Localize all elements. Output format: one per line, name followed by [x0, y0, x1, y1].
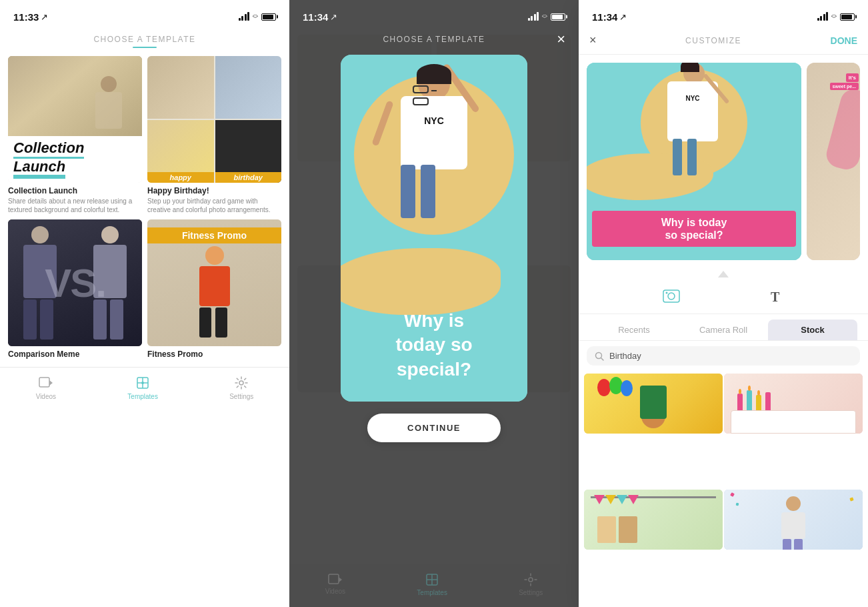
phone2-tab-bar: Videos Templates Settings: [289, 564, 579, 607]
page-title-1: CHOOSE A TEMPLATE: [93, 35, 195, 44]
svg-text:T: T: [771, 289, 780, 304]
svg-point-14: [668, 293, 675, 299]
bday-cell-2: [215, 56, 282, 119]
battery-icon-3: [840, 13, 855, 21]
tab-templates[interactable]: Templates: [127, 375, 158, 400]
photo-tool[interactable]: [661, 285, 682, 307]
svg-marker-8: [339, 577, 342, 582]
bday-cell-4: birthday: [215, 120, 282, 183]
title-underline-1: [133, 47, 157, 48]
battery-icon-1: [261, 13, 276, 21]
photo-thumb-3[interactable]: [584, 490, 723, 550]
card-desc-birthday: Step up your birthday card game with cre…: [147, 197, 281, 214]
tab-videos-label: Videos: [36, 393, 56, 400]
preview-card-main[interactable]: NYC Why is today so special?: [587, 63, 801, 260]
preview-card-inner: NYC Why is today so special?: [587, 63, 801, 260]
template-thumb-fitness: Fitness Promo: [147, 219, 281, 346]
card-title-birthday: Happy Birthday!: [147, 186, 281, 195]
tab-recents[interactable]: Recents: [589, 320, 679, 340]
close-button-2[interactable]: ×: [557, 31, 565, 48]
photo-tabs: Recents Camera Roll Stock: [579, 314, 868, 341]
continue-button[interactable]: CONTINUE: [367, 414, 501, 442]
tab-videos[interactable]: Videos: [36, 375, 56, 400]
r-person-leg-left: [673, 139, 682, 175]
wifi-icon-2: ⌔: [542, 12, 547, 22]
card-title-vs: Comparison Meme: [8, 350, 142, 359]
card2-text2: sweet pe...: [830, 83, 859, 90]
thumb-collection-top: [8, 56, 142, 136]
svg-point-15: [665, 292, 667, 294]
tab-camera-roll[interactable]: Camera Roll: [679, 320, 768, 340]
fitness-overlay-label: Fitness Promo: [147, 227, 281, 243]
location-icon-3: ↗: [619, 12, 627, 22]
template-preview-card: NYC: [341, 55, 527, 402]
r-person-legs: [673, 139, 697, 175]
photo-thumb-1[interactable]: [584, 374, 723, 434]
preview-text-block: Why istoday sospecial?: [341, 309, 527, 382]
photo-thumb-2[interactable]: [724, 374, 863, 434]
time-1: 11:33: [13, 11, 39, 23]
time-3: 11:34: [592, 11, 617, 23]
template-card-birthday[interactable]: happy birthday Happy Birthday! Step up y…: [147, 56, 281, 214]
search-input[interactable]: Birthday: [609, 351, 641, 361]
svg-point-6: [239, 381, 243, 385]
phone2-header: CHOOSE A TEMPLATE ×: [289, 29, 579, 49]
time-2: 11:34: [303, 11, 328, 23]
bday-cell-3: happy: [147, 120, 214, 183]
settings-icon: [233, 375, 249, 391]
bday-cell-1: [147, 56, 214, 119]
location-icon-1: ↗: [41, 12, 48, 22]
photo-thumb-4[interactable]: [724, 490, 863, 550]
done-button[interactable]: DONE: [831, 35, 857, 46]
status-icons-2: ⌔: [528, 12, 566, 22]
template-thumb-collection: Collection Launch: [8, 56, 142, 183]
video-icon: [38, 375, 54, 391]
r-person-body: NYC: [667, 81, 718, 141]
signal-icon-1: [239, 13, 250, 21]
status-bar-3: 11:34 ↗ ⌔: [579, 0, 868, 29]
phone-2: 11:34 ↗ 11:34 ↗: [289, 0, 579, 607]
svg-rect-13: [663, 290, 679, 302]
tab-settings-label: Settings: [229, 393, 253, 400]
phone-3: 11:34 ↗ ⌔ × CUSTOMIZE DONE: [579, 0, 868, 607]
card-title-collection: Collection Launch: [8, 186, 142, 195]
phone-1: 11:33 ↗ ⌔ CHOOSE A TEMPLATE: [0, 0, 289, 607]
page-title-2: CHOOSE A TEMPLATE: [383, 35, 485, 44]
edit-tools: T: [579, 279, 868, 314]
arrow-up-icon: [718, 271, 729, 277]
svg-line-18: [601, 358, 604, 360]
search-bar-row: Birthday: [579, 341, 868, 371]
wifi-icon-1: ⌔: [253, 12, 258, 22]
thumb-collection-text: Collection Launch: [8, 136, 142, 183]
page-title-3: CUSTOMIZE: [597, 36, 831, 45]
template-card-vs[interactable]: VS. Comparison Meme: [8, 219, 142, 359]
phone2-foreground: 11:34 ↗ ⌔ CHOOSE A TEMPLATE ×: [289, 0, 579, 607]
tab-bar-1: Videos Templates Settings: [0, 367, 289, 410]
r-person-hair: [681, 63, 699, 72]
search-bar[interactable]: Birthday: [587, 346, 860, 366]
template-card-fitness[interactable]: Fitness Promo Fitness Promo: [147, 219, 281, 359]
nav-header-1: CHOOSE A TEMPLATE: [0, 29, 289, 48]
vs-overlay-text: VS.: [45, 260, 105, 306]
tab-stock[interactable]: Stock: [768, 320, 857, 340]
svg-marker-1: [49, 380, 53, 386]
pink-text-line1: Why is today: [597, 216, 791, 229]
template-thumb-birthday: happy birthday: [147, 56, 281, 183]
svg-rect-0: [39, 378, 49, 387]
status-bar-1: 11:33 ↗ ⌔: [0, 0, 289, 29]
close-button-3[interactable]: ×: [589, 33, 597, 47]
svg-point-12: [529, 578, 533, 582]
templates-icon: [135, 375, 151, 391]
preview-main-text: Why istoday sospecial?: [354, 309, 514, 382]
photo-grid: [579, 371, 868, 607]
wifi-icon-3: ⌔: [831, 12, 837, 22]
template-card-collection[interactable]: Collection Launch Collection Launch Shar…: [8, 56, 142, 214]
tab-settings[interactable]: Settings: [229, 375, 253, 400]
battery-icon-2: [551, 13, 565, 21]
template-grid: Collection Launch Collection Launch Shar…: [0, 48, 289, 367]
preview-card-secondary[interactable]: It's sweet pe...: [807, 63, 860, 260]
search-icon: [595, 352, 604, 361]
preview-area: NYC Why is today so special?: [579, 55, 868, 268]
location-icon-2: ↗: [330, 12, 337, 22]
text-tool[interactable]: T: [765, 285, 787, 307]
